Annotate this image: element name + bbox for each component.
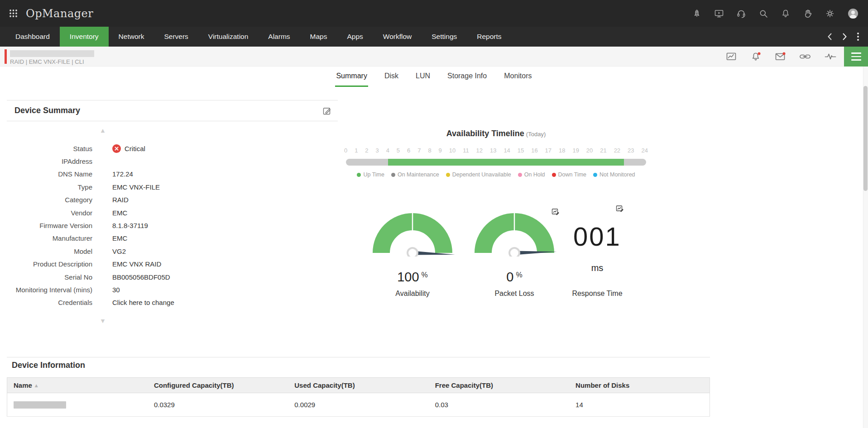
cell-configured-capacity: 0.0329 (148, 393, 288, 417)
field-category: Category RAID (7, 194, 338, 206)
legend-on-maintenance: On Maintenance (391, 171, 439, 178)
response-time-unit: ms (552, 262, 643, 274)
summary-scroll-up-icon[interactable]: ▲ (96, 128, 110, 133)
redacted-row-name (14, 401, 66, 409)
table-header-row: Name▲ Configured Capacity(TB) Used Capac… (7, 378, 710, 393)
response-pulse-icon[interactable] (825, 51, 836, 62)
performance-chart-icon[interactable] (726, 51, 737, 62)
response-time-metric: 001 ms Response Time (552, 209, 643, 304)
nav-item-reports[interactable]: Reports (467, 27, 511, 47)
nav-more-icon[interactable] (855, 31, 861, 43)
legend-dot (593, 173, 597, 177)
field-product-description: Product Description EMC VNX RAID (7, 258, 338, 271)
search-icon[interactable] (758, 9, 768, 19)
nav-item-maps[interactable]: Maps (300, 27, 337, 47)
cell-name (7, 393, 148, 417)
device-information-table: Name▲ Configured Capacity(TB) Used Capac… (7, 377, 710, 417)
support-headset-icon[interactable] (736, 9, 746, 19)
device-information-title: Device Information (12, 360, 85, 370)
response-time-report-icon[interactable] (616, 204, 623, 212)
legend-up-time: Up Time (357, 171, 384, 178)
critical-status-icon: × (112, 144, 121, 153)
legend-on-hold: On Hold (518, 171, 545, 178)
availability-timeline-title: Availability Timeline(Today) (346, 129, 646, 138)
summary-scroll-down-icon[interactable]: ▼ (96, 319, 110, 324)
legend-not-monitored: Not Monitored (593, 171, 635, 178)
response-time-label: Response Time (552, 289, 643, 298)
legend-dot (446, 173, 450, 177)
field-credentials: Credentials Click here to change (7, 296, 338, 309)
timeline-subtitle: (Today) (526, 131, 546, 138)
hamburger-menu-button[interactable] (844, 47, 868, 67)
nav-item-dashboard[interactable]: Dashboard (5, 27, 60, 47)
packet-loss-value: 0% (469, 267, 560, 285)
timeline-segment (346, 159, 388, 166)
edit-device-icon[interactable] (322, 106, 331, 115)
timeline-legend: Up Time On Maintenance Dependent Unavail… (346, 171, 646, 178)
user-avatar[interactable] (847, 8, 859, 19)
tab-monitors[interactable]: Monitors (503, 72, 532, 87)
field-serial-no: Serial No BB005056BDF05D (7, 271, 338, 283)
sort-icon: ▲ (35, 383, 38, 388)
device-tabs: Summary Disk LUN Storage Info Monitors (0, 67, 868, 87)
tab-storage-info[interactable]: Storage Info (446, 72, 488, 87)
field-type: Type EMC VNX-FILE (7, 181, 338, 193)
nav-item-servers[interactable]: Servers (154, 27, 198, 47)
nav-item-workflow[interactable]: Workflow (373, 27, 422, 47)
opmanager-page: OpManager (0, 0, 868, 428)
tab-disk[interactable]: Disk (384, 72, 399, 87)
vertical-scrollbar[interactable] (863, 67, 868, 428)
timeline-hour-axis: 012 345 678 91011 121314 151617 181920 2… (344, 147, 648, 154)
packet-loss-gauge: 0% Packet Loss (469, 209, 560, 304)
change-credentials-link[interactable]: Click here to change (112, 299, 174, 306)
nav-item-apps[interactable]: Apps (337, 27, 373, 47)
availability-timeline-bar[interactable] (346, 159, 646, 166)
nav-item-inventory[interactable]: Inventory (60, 27, 109, 47)
nav-item-alarms[interactable]: Alarms (258, 27, 300, 47)
device-summary-title: Device Summary (14, 106, 80, 115)
nav-item-network[interactable]: Network (109, 27, 154, 47)
timeline-segment (388, 159, 624, 166)
scrollbar-thumb[interactable] (863, 86, 868, 191)
email-icon[interactable] (775, 51, 786, 62)
topbar-actions (692, 8, 859, 19)
link-icon[interactable] (799, 51, 811, 62)
device-header: RAID | EMC VNX-FILE | CLI (0, 47, 868, 67)
packet-loss-report-icon[interactable] (551, 208, 559, 215)
topbar: OpManager (0, 0, 868, 27)
main-nav: Dashboard Inventory Network Servers Virt… (0, 27, 868, 47)
gesture-hand-icon[interactable] (803, 9, 813, 19)
timeline-segment (624, 159, 646, 166)
cell-used-capacity: 0.0029 (288, 393, 428, 417)
settings-gear-icon[interactable] (825, 9, 835, 19)
apps-grid-icon[interactable] (9, 9, 18, 18)
column-header-name[interactable]: Name▲ (7, 378, 148, 393)
legend-dot (518, 173, 522, 177)
field-vendor: Vendor EMC (7, 206, 338, 219)
column-header-used-capacity[interactable]: Used Capacity(TB) (288, 378, 428, 393)
column-header-configured-capacity[interactable]: Configured Capacity(TB) (148, 378, 288, 393)
tab-lun[interactable]: LUN (415, 72, 431, 87)
availability-gauge: 100% Availability (367, 209, 458, 304)
field-dns-name: DNS Name 172.24 (7, 168, 338, 181)
whats-new-rocket-icon[interactable] (692, 9, 702, 19)
nav-item-virtualization[interactable]: Virtualization (198, 27, 258, 47)
column-header-number-of-disks[interactable]: Number of Disks (569, 378, 710, 393)
legend-dot (552, 173, 556, 177)
cell-number-of-disks: 14 (569, 393, 710, 417)
notifications-bell-icon[interactable] (781, 9, 791, 19)
nav-scroll-left-icon[interactable] (825, 31, 834, 43)
status-badge: Critical (125, 145, 145, 152)
nav-item-settings[interactable]: Settings (422, 27, 467, 47)
nav-scroll-right-icon[interactable] (840, 31, 849, 43)
column-header-free-capacity[interactable]: Free Capacity(TB) (429, 378, 569, 393)
field-monitoring-interval: Monitoring Interval (mins) 30 (7, 283, 338, 296)
tab-summary[interactable]: Summary (335, 72, 368, 87)
field-manufacturer: Manufacturer EMC (7, 232, 338, 245)
screen-demo-icon[interactable] (714, 9, 724, 19)
alarm-bell-icon[interactable] (750, 51, 761, 62)
app-logo: OpManager (26, 7, 93, 20)
cell-free-capacity: 0.03 (429, 393, 569, 417)
legend-dot (391, 173, 395, 177)
availability-value: 100% (367, 267, 458, 285)
